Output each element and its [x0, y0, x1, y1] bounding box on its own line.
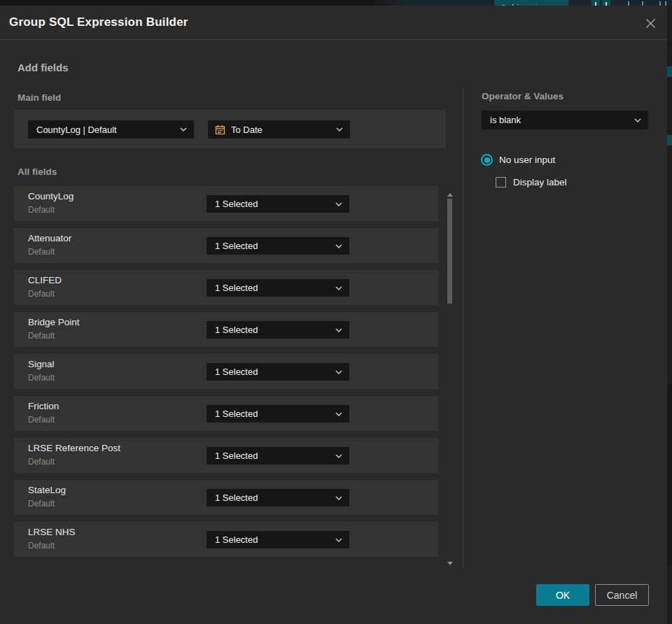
field-selected-dropdown[interactable]: 1 Selected — [206, 321, 349, 339]
display-label-option: Display label — [496, 177, 567, 187]
toolbar-button[interactable] — [592, 0, 600, 6]
screen: Live view Group SQL Expression Builder A… — [0, 0, 672, 624]
no-user-input-option: No user input — [481, 154, 555, 166]
field-selected-value: 1 Selected — [206, 283, 335, 293]
field-name: Bridge Point — [28, 317, 80, 327]
field-row: SignalDefault1 Selected — [14, 354, 438, 389]
field-selected-dropdown[interactable]: 1 Selected — [206, 405, 349, 423]
background-app-topbar: Live view — [0, 0, 672, 6]
field-selected-value: 1 Selected — [206, 241, 335, 251]
field-name: Friction — [28, 401, 59, 411]
chevron-down-icon — [634, 118, 641, 122]
main-field-container: CountyLog | Default To Date — [14, 110, 446, 148]
radio-dot — [484, 157, 490, 163]
field-row: CountyLogDefault1 Selected — [14, 186, 438, 221]
fields-scrollbar[interactable] — [447, 183, 453, 567]
field-subtitle: Default — [28, 373, 55, 383]
dialog-title-bar: Group SQL Expression Builder — [0, 6, 667, 40]
field-selected-dropdown[interactable]: 1 Selected — [206, 489, 349, 506]
field-selected-dropdown[interactable]: 1 Selected — [206, 447, 349, 465]
background-teal-segment — [667, 135, 672, 146]
background-dark-segment — [667, 383, 672, 565]
chevron-down-icon — [335, 202, 342, 206]
field-row: CLIFEDDefault1 Selected — [14, 270, 438, 305]
field-selected-dropdown[interactable]: 1 Selected — [206, 237, 349, 255]
chevron-down-icon — [335, 412, 342, 416]
scrollbar-thumb[interactable] — [447, 199, 452, 304]
background-teal-segment — [667, 66, 672, 77]
display-label-checkbox[interactable] — [496, 177, 506, 187]
field-selected-value: 1 Selected — [206, 325, 335, 335]
field-name: StateLog — [28, 485, 66, 495]
main-field-select-value: CountyLog | Default — [28, 125, 180, 135]
group-sql-expression-builder-dialog: Group SQL Expression Builder Add fields … — [0, 6, 667, 624]
field-selected-value: 1 Selected — [206, 534, 335, 545]
display-label-text: Display label — [513, 177, 567, 187]
field-selected-dropdown[interactable]: 1 Selected — [206, 531, 349, 548]
calendar-icon — [215, 125, 225, 135]
field-selected-dropdown[interactable]: 1 Selected — [206, 195, 349, 213]
close-button[interactable] — [643, 15, 658, 31]
field-subtitle: Default — [28, 247, 55, 257]
panel-divider — [463, 87, 463, 569]
main-field-date-value: To Date — [231, 125, 336, 135]
chevron-down-icon — [335, 454, 342, 458]
cancel-button[interactable]: Cancel — [595, 584, 649, 606]
field-selected-dropdown[interactable]: 1 Selected — [206, 279, 349, 297]
field-row: LRSE NHSDefault1 Selected — [14, 522, 438, 557]
chevron-down-icon — [335, 244, 342, 248]
chevron-down-icon — [335, 370, 342, 374]
field-row: AttenuatorDefault1 Selected — [14, 228, 438, 263]
field-name: LRSE Reference Post — [28, 443, 120, 453]
field-row: Bridge PointDefault1 Selected — [14, 312, 438, 347]
field-selected-value: 1 Selected — [206, 199, 335, 209]
background-app-right-sliver — [667, 6, 672, 624]
chevron-down-icon — [335, 538, 342, 542]
operator-select[interactable]: is blank — [482, 111, 648, 129]
all-fields-label: All fields — [18, 166, 57, 177]
operator-select-value: is blank — [482, 115, 634, 125]
field-subtitle: Default — [28, 289, 55, 299]
operator-values-heading: Operator & Values — [482, 91, 564, 101]
field-row: FrictionDefault1 Selected — [14, 396, 438, 431]
chevron-down-icon — [335, 286, 342, 290]
toolbar-button[interactable] — [602, 0, 610, 6]
chevron-down-icon — [336, 127, 343, 132]
field-row: StateLogDefault1 Selected — [14, 480, 438, 515]
field-name: CLIFED — [28, 275, 62, 285]
field-subtitle: Default — [28, 457, 55, 467]
field-name: Attenuator — [28, 233, 71, 243]
field-name: CountyLog — [28, 191, 74, 201]
field-name: Signal — [28, 359, 55, 369]
field-row: LRSE Reference PostDefault1 Selected — [14, 438, 438, 473]
no-user-input-label: No user input — [499, 155, 555, 165]
field-selected-value: 1 Selected — [206, 367, 335, 377]
chevron-down-icon — [335, 328, 342, 332]
dialog-title: Group SQL Expression Builder — [0, 15, 188, 29]
field-subtitle: Default — [28, 541, 55, 551]
field-subtitle: Default — [28, 499, 55, 509]
field-subtitle: Default — [28, 415, 55, 425]
ok-button[interactable]: OK — [536, 584, 589, 606]
close-icon — [645, 18, 656, 29]
field-selected-value: 1 Selected — [206, 492, 335, 503]
chevron-down-icon — [180, 127, 187, 132]
scroll-up-icon[interactable] — [447, 193, 453, 197]
scroll-down-icon[interactable] — [447, 562, 453, 565]
main-field-select[interactable]: CountyLog | Default — [28, 120, 194, 139]
field-selected-value: 1 Selected — [206, 409, 335, 419]
add-fields-heading: Add fields — [18, 62, 69, 73]
field-subtitle: Default — [28, 205, 55, 215]
main-field-date-select[interactable]: To Date — [208, 120, 350, 139]
radio-button-selected[interactable] — [481, 154, 493, 166]
field-selected-value: 1 Selected — [206, 451, 335, 461]
field-subtitle: Default — [28, 331, 55, 341]
field-name: LRSE NHS — [28, 527, 76, 537]
live-view-button[interactable]: Live view — [494, 0, 568, 6]
field-selected-dropdown[interactable]: 1 Selected — [206, 363, 349, 381]
chevron-down-icon — [335, 496, 342, 500]
main-field-label: Main field — [18, 92, 61, 103]
